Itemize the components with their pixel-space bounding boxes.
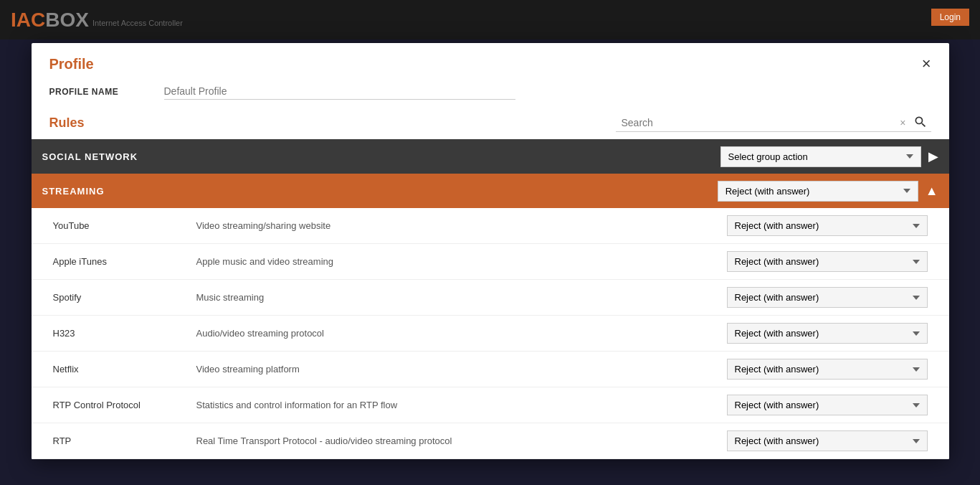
rule-row-apple-itunes: Apple iTunes Apple music and video strea… — [32, 244, 949, 280]
rule-desc-apple-itunes: Apple music and video streaming — [196, 256, 727, 267]
logo-box: BOX — [45, 9, 89, 31]
rule-name-h323: H323 — [53, 328, 196, 339]
streaming-collapse-icon: ▲ — [926, 184, 938, 199]
rule-action-rtp[interactable]: Reject (with answer) Allow Select group … — [727, 430, 928, 451]
search-input[interactable] — [616, 114, 897, 131]
rule-name-youtube: YouTube — [53, 220, 196, 231]
rules-section: Rules × — [32, 110, 949, 139]
group-header-social-network[interactable]: SOCIAL NETWORK Select group action Allow… — [32, 139, 949, 174]
rule-action-spotify[interactable]: Reject (with answer) Allow Select group … — [727, 287, 928, 308]
social-network-action-select[interactable]: Select group action Allow Reject (with a… — [720, 146, 921, 167]
rule-row-rtp: RTP Real Time Transport Protocol - audio… — [32, 423, 949, 459]
modal-title: Profile — [49, 56, 94, 72]
rules-header: Rules × — [49, 114, 931, 132]
rule-action-h323[interactable]: Reject (with answer) Allow Select group … — [727, 323, 928, 344]
profile-modal: Profile × PROFILE NAME Rules × SOCIAL NE — [32, 43, 949, 459]
group-header-streaming[interactable]: STREAMING Reject (with answer) Allow Sel… — [32, 174, 949, 208]
logo-iac: IAC — [11, 9, 45, 31]
profile-name-label: PROFILE NAME — [49, 87, 164, 97]
rule-row-rtp-control: RTP Control Protocol Statistics and cont… — [32, 387, 949, 423]
rules-table[interactable]: SOCIAL NETWORK Select group action Allow… — [32, 139, 949, 459]
streaming-action-select[interactable]: Reject (with answer) Allow Select group … — [718, 181, 918, 202]
rule-desc-h323: Audio/video streaming protocol — [196, 328, 727, 339]
rule-row-youtube: YouTube Video streaming/sharing website … — [32, 208, 949, 244]
rule-name-rtp-control: RTP Control Protocol — [53, 400, 196, 410]
rule-row-netflix: Netflix Video streaming platform Reject … — [32, 352, 949, 387]
header-right: Login — [931, 9, 969, 26]
rule-desc-rtp-control: Statistics and control information for a… — [196, 400, 727, 410]
rule-name-spotify: Spotify — [53, 292, 196, 303]
social-network-expand-icon: ▶ — [928, 149, 938, 164]
app-header: IACBOX Internet Access Controller Login — [0, 0, 980, 39]
login-button[interactable]: Login — [931, 9, 969, 26]
rule-action-netflix[interactable]: Reject (with answer) Allow Select group … — [727, 359, 928, 380]
rule-action-apple-itunes[interactable]: Reject (with answer) Allow Select group … — [727, 251, 928, 272]
search-button[interactable] — [910, 115, 931, 131]
rule-action-rtp-control[interactable]: Reject (with answer) Allow Select group … — [727, 395, 928, 415]
search-icon — [913, 115, 928, 129]
close-button[interactable]: × — [922, 56, 931, 72]
social-network-label: SOCIAL NETWORK — [42, 151, 720, 162]
profile-name-row: PROFILE NAME — [32, 80, 949, 110]
search-clear-icon[interactable]: × — [896, 117, 909, 128]
rule-name-apple-itunes: Apple iTunes — [53, 256, 196, 267]
rule-row-h323: H323 Audio/video streaming protocol Reje… — [32, 316, 949, 352]
rule-name-netflix: Netflix — [53, 364, 196, 375]
app-logo: IACBOX — [11, 9, 89, 32]
app-subtitle: Internet Access Controller — [92, 19, 183, 27]
profile-name-input[interactable] — [164, 83, 515, 100]
rules-title: Rules — [49, 116, 85, 131]
rule-action-youtube[interactable]: Reject (with answer) Allow Select group … — [727, 215, 928, 236]
rule-name-rtp: RTP — [53, 435, 196, 446]
rule-row-spotify: Spotify Music streaming Reject (with ans… — [32, 280, 949, 316]
modal-header: Profile × — [32, 43, 949, 80]
search-container: × — [616, 114, 931, 132]
rule-desc-spotify: Music streaming — [196, 292, 727, 303]
rule-desc-rtp: Real Time Transport Protocol - audio/vid… — [196, 435, 727, 446]
rule-desc-netflix: Video streaming platform — [196, 364, 727, 375]
rule-desc-youtube: Video streaming/sharing website — [196, 220, 727, 231]
streaming-label: STREAMING — [42, 186, 718, 197]
